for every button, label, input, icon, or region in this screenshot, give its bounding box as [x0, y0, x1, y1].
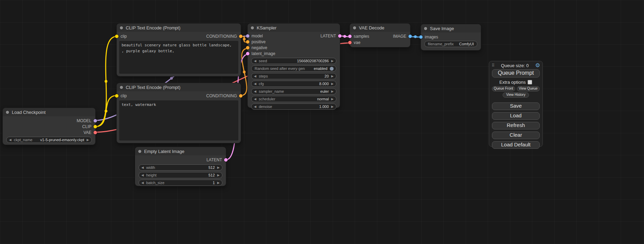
latent-image-input-port[interactable] — [246, 52, 249, 55]
stepper-right-icon[interactable]: ▶ — [217, 181, 220, 184]
stepper-right-icon[interactable]: ▶ — [331, 98, 334, 101]
queue-prompt-button[interactable]: Queue Prompt — [492, 69, 540, 78]
stepper-right-icon[interactable]: ▶ — [331, 105, 334, 108]
node-title-bar[interactable]: CLIP Text Encode (Prompt) — [117, 24, 241, 32]
node-title-bar[interactable]: KSampler — [248, 24, 340, 32]
negative-input-port[interactable] — [246, 46, 249, 49]
collapse-dot-icon[interactable] — [120, 86, 123, 89]
slot-row: positive — [248, 39, 340, 45]
stepper-left-icon[interactable]: ◀ — [254, 60, 256, 63]
batch-size-widget[interactable]: ◀ batch_size 1 ▶ — [139, 180, 222, 186]
stepper-right-icon[interactable]: ▶ — [331, 75, 334, 78]
view-queue-button[interactable]: View Queue — [517, 86, 540, 91]
denoise-widget[interactable]: ◀ denoise 1.000 ▶ — [251, 103, 336, 110]
scheduler-widget[interactable]: ◀ scheduler normal ▶ — [251, 96, 336, 102]
model-output-port[interactable] — [94, 119, 97, 123]
prompt-textarea[interactable]: text, watermark — [119, 100, 238, 141]
positive-input-port[interactable] — [246, 40, 249, 44]
steps-widget[interactable]: ◀ steps 20 ▶ — [251, 73, 336, 79]
node-title-bar[interactable]: Save Image — [421, 24, 481, 33]
node-title-bar[interactable]: VAE Decode — [350, 24, 410, 32]
node-title-bar[interactable]: CLIP Text Encode (Prompt) — [117, 83, 241, 91]
filename-prefix-widget[interactable]: filename_prefix ComfyUI — [424, 41, 477, 47]
stepper-right-icon[interactable]: ▶ — [331, 90, 334, 93]
refresh-button[interactable]: Refresh — [492, 122, 540, 129]
wire-midpoint-dot — [243, 71, 246, 73]
wire-midpoint-dot — [243, 38, 246, 40]
node-clip-text-encode-positive[interactable]: CLIP Text Encode (Prompt) clip CONDITION… — [117, 24, 241, 76]
stepper-left-icon[interactable]: ◀ — [254, 90, 256, 93]
extra-options-label: Extra options — [500, 80, 526, 85]
queue-panel[interactable]: ⠿ Queue size: 0 ⚙ Queue Prompt Extra opt… — [489, 61, 543, 147]
latent-output-port[interactable] — [224, 158, 228, 162]
samples-input-port[interactable] — [348, 35, 352, 38]
node-save-image[interactable]: Save Image images filename_prefix ComfyU… — [421, 24, 481, 50]
slot-row: vae — [350, 39, 410, 46]
latent-output-port[interactable] — [338, 34, 342, 38]
clip-input-port[interactable] — [115, 94, 118, 98]
seed-widget[interactable]: ◀ seed 156680208700286 ▶ — [251, 58, 336, 64]
drag-handle-icon[interactable]: ⠿ — [492, 63, 495, 68]
random-seed-toggle-widget[interactable]: Random seed after every gen enabled — [251, 65, 336, 72]
queue-front-button[interactable]: Queue Front — [492, 86, 515, 91]
node-empty-latent-image[interactable]: Empty Latent Image LATENT ◀ width 512 ▶ … — [135, 147, 226, 186]
output-label-conditioning: CONDITIONING — [206, 93, 237, 98]
ckpt-name-widget[interactable]: ◀ ckpt_name v1-5-pruned-emaonly.ckpt ▶ — [6, 137, 92, 143]
collapse-dot-icon[interactable] — [424, 27, 427, 30]
collapse-dot-icon[interactable] — [120, 26, 123, 29]
node-ksampler[interactable]: KSampler model LATENT positive negative … — [248, 24, 340, 108]
node-load-checkpoint[interactable]: Load Checkpoint MODEL CLIP VAE ◀ ckpt_na… — [3, 108, 95, 145]
node-clip-text-encode-negative[interactable]: CLIP Text Encode (Prompt) clip CONDITION… — [117, 83, 241, 143]
load-default-button[interactable]: Load Default — [492, 141, 540, 149]
save-button[interactable]: Save — [492, 102, 540, 110]
collapse-dot-icon[interactable] — [138, 150, 141, 153]
clear-button[interactable]: Clear — [492, 132, 540, 139]
load-button[interactable]: Load — [492, 112, 540, 120]
vae-output-port[interactable] — [94, 131, 97, 134]
collapse-dot-icon[interactable] — [6, 111, 9, 114]
slot-section: MODEL CLIP VAE — [3, 116, 95, 135]
node-title-bar[interactable]: Empty Latent Image — [135, 147, 226, 155]
collapse-dot-icon[interactable] — [251, 26, 254, 29]
view-history-button[interactable]: View History — [503, 92, 529, 98]
widget-name: steps — [259, 74, 268, 78]
clip-output-port[interactable] — [94, 125, 97, 128]
extra-options-checkbox[interactable] — [528, 80, 532, 84]
stepper-right-icon[interactable]: ▶ — [331, 82, 334, 85]
stepper-left-icon[interactable]: ◀ — [9, 138, 11, 142]
node-title-bar[interactable]: Load Checkpoint — [3, 108, 95, 116]
stepper-right-icon[interactable]: ▶ — [217, 166, 220, 169]
comfyui-canvas[interactable]: { "app": { "name": "ComfyUI" }, "icons":… — [0, 0, 644, 244]
collapse-dot-icon[interactable] — [353, 26, 356, 29]
toggle-indicator-icon[interactable] — [330, 67, 334, 71]
model-input-port[interactable] — [246, 34, 249, 38]
wire-midpoint-dot — [105, 80, 107, 83]
stepper-right-icon[interactable]: ▶ — [331, 60, 334, 63]
conditioning-output-port[interactable] — [239, 94, 242, 98]
settings-gear-icon[interactable]: ⚙ — [535, 63, 540, 68]
vae-input-port[interactable] — [348, 41, 352, 44]
prompt-textarea[interactable]: beautiful scenery nature glass bottle la… — [119, 41, 238, 74]
widget-name: scheduler — [259, 97, 275, 101]
sampler-name-widget[interactable]: ◀ sampler_name euler ▶ — [251, 88, 336, 94]
widget-value: v1-5-pruned-emaonly.ckpt — [40, 138, 84, 142]
image-output-port[interactable] — [408, 35, 412, 38]
conditioning-output-port[interactable] — [239, 35, 242, 38]
stepper-right-icon[interactable]: ▶ — [87, 138, 89, 142]
stepper-left-icon[interactable]: ◀ — [141, 174, 144, 177]
clip-input-port[interactable] — [115, 35, 118, 38]
slot-row: LATENT — [135, 157, 226, 163]
node-vae-decode[interactable]: VAE Decode samples IMAGE vae — [350, 24, 410, 47]
stepper-left-icon[interactable]: ◀ — [141, 181, 144, 184]
stepper-left-icon[interactable]: ◀ — [141, 166, 144, 169]
stepper-left-icon[interactable]: ◀ — [254, 98, 256, 101]
images-input-port[interactable] — [419, 35, 423, 39]
cfg-widget[interactable]: ◀ cfg 8.000 ▶ — [251, 81, 336, 87]
output-label-conditioning: CONDITIONING — [206, 34, 237, 39]
height-widget[interactable]: ◀ height 512 ▶ — [139, 172, 222, 178]
stepper-left-icon[interactable]: ◀ — [254, 105, 256, 108]
stepper-left-icon[interactable]: ◀ — [254, 75, 256, 78]
width-widget[interactable]: ◀ width 512 ▶ — [139, 164, 222, 171]
stepper-left-icon[interactable]: ◀ — [254, 82, 256, 85]
stepper-right-icon[interactable]: ▶ — [217, 174, 220, 177]
